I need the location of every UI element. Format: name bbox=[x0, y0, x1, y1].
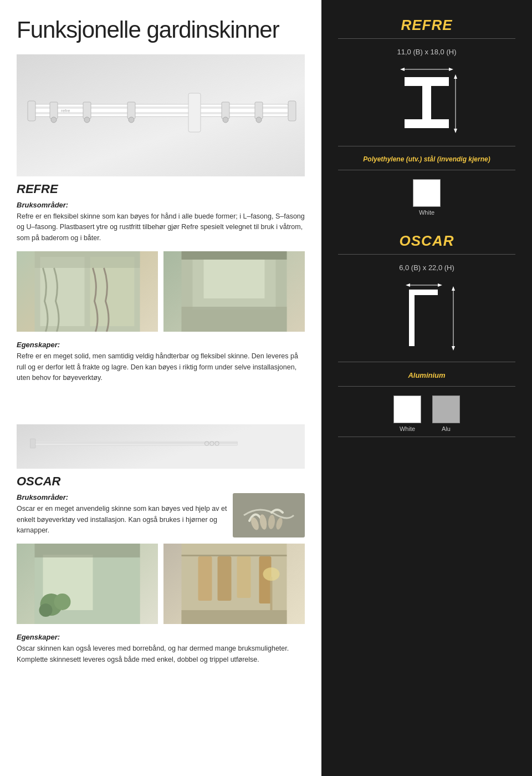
svg-rect-12 bbox=[255, 102, 263, 119]
refre-hero-image: refre bbox=[17, 54, 305, 176]
refre-diagram bbox=[393, 65, 460, 137]
svg-point-51 bbox=[263, 567, 280, 581]
svg-point-5 bbox=[51, 117, 57, 123]
oscar-alu-label: Alu bbox=[442, 425, 451, 432]
svg-rect-47 bbox=[218, 556, 232, 601]
svg-rect-27 bbox=[33, 443, 237, 444]
refre-bruksomraader-label: Bruksområder: bbox=[17, 201, 305, 209]
right-oscar-material-divider bbox=[338, 362, 515, 362]
svg-point-42 bbox=[54, 594, 71, 610]
left-panel: Funksjonelle gardinskinner bbox=[0, 0, 321, 776]
svg-rect-2 bbox=[33, 112, 288, 114]
svg-rect-14 bbox=[28, 101, 35, 121]
oscar-egenskaper-text: Oscar skinnen kan også leveres med borre… bbox=[17, 643, 305, 665]
svg-marker-55 bbox=[449, 68, 453, 71]
oscar-white-swatch bbox=[393, 395, 421, 423]
right-refre-material-label: Polyethylene (utv.) stål (invendig kjern… bbox=[338, 155, 515, 163]
svg-rect-52 bbox=[182, 610, 287, 624]
svg-point-43 bbox=[39, 603, 53, 617]
right-oscar-section: OSCAR 6,0 (B) x 22,0 (H) bbox=[338, 232, 515, 437]
svg-rect-15 bbox=[288, 101, 296, 121]
svg-rect-0 bbox=[33, 104, 288, 116]
oscar-bruksomraader-section: Bruksområder: Oscar er en meget anvendel… bbox=[17, 493, 305, 544]
svg-rect-40 bbox=[35, 544, 140, 557]
refre-interior-image-1 bbox=[17, 251, 158, 332]
svg-rect-32 bbox=[233, 493, 305, 537]
svg-rect-45 bbox=[182, 555, 287, 556]
right-oscar-divider bbox=[338, 254, 515, 255]
right-oscar-bottom-divider bbox=[338, 437, 515, 437]
svg-point-11 bbox=[223, 117, 228, 123]
right-refre-material-divider bbox=[338, 146, 515, 146]
refre-interior-image-2 bbox=[163, 251, 305, 332]
right-refre-divider bbox=[338, 38, 515, 39]
oscar-heading: OSCAR bbox=[17, 474, 305, 489]
svg-marker-67 bbox=[452, 346, 455, 351]
svg-marker-54 bbox=[400, 68, 405, 71]
refre-egenskaper-label: Egenskaper: bbox=[17, 341, 305, 349]
svg-marker-58 bbox=[454, 129, 457, 133]
oscar-hand-illustration bbox=[233, 493, 305, 537]
right-oscar-material-label: Aluminium bbox=[338, 371, 515, 379]
right-oscar-title: OSCAR bbox=[338, 232, 515, 250]
svg-marker-66 bbox=[452, 286, 455, 291]
oscar-bruksomraader-label: Bruksområder: bbox=[17, 493, 227, 501]
svg-rect-24 bbox=[204, 260, 265, 298]
right-panel: REFRE 11,0 (B) x 18,0 (H) bbox=[321, 0, 532, 776]
svg-rect-61 bbox=[405, 119, 449, 128]
oscar-cross-section bbox=[338, 281, 515, 353]
svg-rect-48 bbox=[237, 556, 251, 598]
svg-marker-64 bbox=[438, 283, 442, 287]
svg-rect-25 bbox=[182, 251, 287, 260]
svg-point-7 bbox=[84, 117, 90, 123]
svg-rect-3 bbox=[188, 93, 201, 132]
svg-point-13 bbox=[256, 117, 262, 123]
oscar-alu-swatch bbox=[432, 395, 460, 423]
right-refre-color-divider bbox=[338, 170, 515, 170]
svg-marker-63 bbox=[406, 283, 410, 287]
oscar-bruksomraader-text: Oscar er en meget anvendelig skinne som … bbox=[17, 504, 227, 536]
right-refre-section: REFRE 11,0 (B) x 18,0 (H) bbox=[338, 17, 515, 216]
svg-rect-20 bbox=[35, 251, 140, 268]
oscar-swatches-row: White Alu bbox=[338, 395, 515, 432]
svg-rect-46 bbox=[198, 556, 212, 601]
oscar-alu-swatch-item: Alu bbox=[432, 395, 460, 432]
oscar-interior-image-1 bbox=[17, 544, 158, 624]
svg-rect-59 bbox=[405, 77, 449, 86]
oscar-interior-image-2 bbox=[163, 544, 305, 624]
right-refre-title: REFRE bbox=[338, 17, 515, 34]
refre-white-swatch bbox=[413, 179, 441, 207]
refre-egenskaper-text: Refre er en meget solid, men samtidig ve… bbox=[17, 351, 305, 383]
oscar-egenskaper-label: Egenskaper: bbox=[17, 633, 305, 641]
page-title: Funksjonelle gardinskinner bbox=[17, 17, 305, 43]
oscar-strip-image bbox=[17, 424, 305, 469]
oscar-image-row bbox=[17, 544, 305, 624]
refre-white-label: White bbox=[419, 209, 434, 216]
svg-rect-69 bbox=[409, 290, 415, 346]
svg-rect-60 bbox=[422, 86, 431, 119]
svg-rect-23 bbox=[182, 307, 287, 332]
svg-rect-6 bbox=[83, 102, 91, 119]
right-refre-dimensions: 11,0 (B) x 18,0 (H) bbox=[338, 48, 515, 56]
svg-text:refre: refre bbox=[61, 108, 70, 113]
refre-cross-section bbox=[338, 65, 515, 137]
svg-rect-1 bbox=[33, 106, 288, 109]
refre-heading: REFRE bbox=[17, 182, 305, 196]
svg-rect-8 bbox=[127, 102, 135, 119]
right-oscar-dimensions: 6,0 (B) x 22,0 (H) bbox=[338, 263, 515, 272]
refre-color-swatch-container: White bbox=[338, 179, 515, 216]
svg-rect-26 bbox=[33, 442, 237, 445]
oscar-text-area: Bruksområder: Oscar er en meget anvendel… bbox=[17, 493, 227, 544]
svg-rect-28 bbox=[30, 439, 35, 448]
oscar-white-label: White bbox=[400, 425, 415, 432]
refre-image-row bbox=[17, 251, 305, 332]
svg-rect-4 bbox=[50, 102, 58, 119]
svg-point-9 bbox=[129, 117, 134, 123]
svg-marker-57 bbox=[454, 74, 457, 79]
refre-bruksomraader-text: Refre er en fleksibel skinne som kan bøy… bbox=[17, 211, 305, 244]
oscar-white-swatch-item: White bbox=[393, 395, 421, 432]
oscar-diagram bbox=[393, 281, 460, 353]
svg-rect-10 bbox=[222, 102, 229, 119]
right-oscar-color-divider bbox=[338, 386, 515, 387]
